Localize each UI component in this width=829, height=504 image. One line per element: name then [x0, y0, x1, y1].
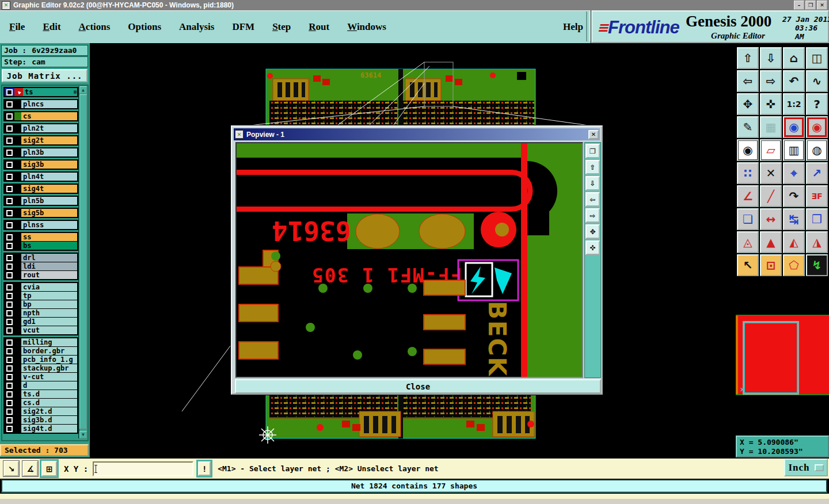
menu-actions[interactable]: Actions	[79, 21, 111, 33]
scroll-up-button[interactable]: ▲	[79, 86, 87, 94]
layer-visibility-checkbox[interactable]	[5, 356, 14, 364]
pan-left-button[interactable]: ⇦	[737, 70, 759, 92]
menu-step[interactable]: Step	[272, 21, 291, 33]
layer-color-swatch[interactable]	[14, 326, 21, 334]
layer-row-bp[interactable]: bp	[5, 300, 77, 308]
layer-color-swatch[interactable]	[14, 283, 21, 291]
layer-row-cvia[interactable]: cvia	[5, 283, 77, 291]
measure-ruler-button[interactable]: ▥	[783, 139, 805, 161]
layer-row-cs.d[interactable]: cs.d	[5, 398, 77, 407]
arc-rotate-button[interactable]: ↷	[783, 185, 805, 207]
popview-close-icon[interactable]: ✕	[588, 130, 599, 139]
layer-color-swatch[interactable]	[14, 271, 21, 279]
layer-visibility-checkbox[interactable]	[5, 338, 14, 346]
viewport-indicator[interactable]	[743, 321, 799, 395]
menu-windows[interactable]: Windows	[347, 21, 386, 33]
layer-color-swatch[interactable]	[14, 233, 21, 241]
layer-color-swatch[interactable]	[14, 221, 21, 229]
triangle-solid-button[interactable]: ◭	[783, 231, 805, 253]
width-measure-button[interactable]: ↹	[783, 208, 805, 230]
setup-tools-button[interactable]: ✎	[737, 116, 759, 138]
layer-color-swatch[interactable]	[14, 399, 21, 407]
layer-color-swatch[interactable]	[14, 309, 21, 317]
triangle-wide-button[interactable]: ◮	[806, 231, 828, 253]
layer-visibility-checkbox[interactable]	[5, 309, 14, 317]
layer-row-ldi[interactable]: ldi	[5, 262, 77, 270]
layer-visibility-checkbox[interactable]	[5, 425, 14, 433]
layer-visibility-checkbox[interactable]	[5, 173, 14, 181]
layer-visibility-checkbox[interactable]	[5, 373, 14, 381]
xy-input[interactable]	[93, 461, 193, 476]
popview-zoom-out-button[interactable]: ⇩	[585, 176, 600, 190]
popview-titlebar[interactable]: ✕ Popview - 1 ✕	[234, 128, 600, 140]
layer-row-pln5b[interactable]: pln5b	[5, 197, 77, 205]
layer-visibility-checkbox[interactable]	[5, 221, 14, 229]
net-points-button[interactable]: ∷	[737, 162, 759, 184]
layer-row-ts[interactable]: ▶ts▦	[5, 88, 77, 96]
layer-row-sig2t.d[interactable]: sig2t.d	[5, 407, 77, 415]
layer-row-v-cut[interactable]: v-cut	[5, 372, 77, 381]
delete-button[interactable]: ✕	[760, 162, 782, 184]
stretch-button[interactable]: ↔	[760, 208, 782, 230]
layer-row-sig4t[interactable]: sig4t	[5, 185, 77, 193]
layer-visibility-checkbox[interactable]	[5, 390, 14, 398]
layer-color-swatch[interactable]	[14, 148, 21, 156]
layer-color-swatch[interactable]	[14, 425, 21, 433]
layer-color-swatch[interactable]	[14, 373, 21, 381]
layer-visibility-checkbox[interactable]	[5, 88, 14, 96]
layer-visibility-checkbox[interactable]	[5, 347, 14, 355]
layer-visibility-checkbox[interactable]	[5, 318, 14, 326]
previous-view-button[interactable]: ↶	[783, 70, 805, 92]
minimize-button[interactable]: –	[794, 1, 804, 10]
layer-color-swatch[interactable]	[14, 254, 21, 262]
pan-right-button[interactable]: ⇨	[760, 70, 782, 92]
popview-viewport[interactable]: 63614 FF-MF1 1 305 BECK	[235, 142, 583, 378]
close-button[interactable]: ✕	[817, 1, 827, 10]
surface-button[interactable]: ❒	[806, 208, 828, 230]
measure-distance-button[interactable]: ↘	[3, 461, 19, 476]
zoom-fit-button[interactable]: ✥	[737, 93, 759, 115]
serpentine-button[interactable]: ∿	[806, 70, 828, 92]
select-net-button[interactable]: ↯	[806, 254, 828, 276]
menu-edit[interactable]: Edit	[43, 21, 60, 33]
layer-color-swatch[interactable]	[14, 338, 21, 346]
layer-row-cs[interactable]: cs	[5, 112, 77, 120]
layer-color-swatch[interactable]	[14, 197, 21, 205]
layer-color-swatch[interactable]	[14, 262, 21, 270]
layer-color-swatch[interactable]	[14, 161, 21, 169]
layer-color-swatch[interactable]	[14, 347, 21, 355]
layer-color-swatch[interactable]	[14, 390, 21, 398]
job-matrix-button[interactable]: Job Matrix ...	[2, 69, 88, 82]
measure-angle-button[interactable]: ∡	[22, 461, 38, 476]
layer-visibility-checkbox[interactable]	[5, 300, 14, 308]
layer-row-pln2t[interactable]: pln2t	[5, 124, 77, 132]
layer-color-swatch[interactable]	[14, 173, 21, 181]
layer-visibility-checkbox[interactable]	[5, 124, 14, 132]
layer-visibility-checkbox[interactable]	[5, 271, 14, 279]
zoom-center-button[interactable]: ✜	[760, 93, 782, 115]
scrollbar-thumb[interactable]	[79, 94, 87, 429]
layer-visibility-checkbox[interactable]	[5, 326, 14, 334]
mirror-flip-button[interactable]: ƎF	[806, 185, 828, 207]
menu-options[interactable]: Options	[128, 21, 161, 33]
layer-color-swatch[interactable]	[14, 381, 21, 390]
layer-color-swatch[interactable]	[14, 242, 21, 250]
netlist-compare-button[interactable]: ◉	[806, 116, 828, 138]
grid-toggle-button[interactable]: ▦	[760, 116, 782, 138]
layer-row-plncs[interactable]: plncs	[5, 100, 77, 108]
zoom-out-button[interactable]: ⇩	[760, 47, 782, 69]
triangle-outline-button[interactable]: ◬	[737, 231, 759, 253]
layer-visibility-checkbox[interactable]	[5, 148, 14, 156]
layer-visibility-checkbox[interactable]	[5, 161, 14, 169]
alert-button[interactable]: !	[198, 461, 211, 476]
menu-help[interactable]: Help	[563, 10, 583, 43]
layer-row-pln4t[interactable]: pln4t	[5, 173, 77, 181]
units-dropdown[interactable]: Inch	[784, 459, 828, 476]
layer-color-swatch[interactable]	[14, 124, 21, 132]
select-rectangle-button[interactable]: ⊡	[760, 254, 782, 276]
layer-color-swatch[interactable]	[14, 318, 21, 326]
layer-visibility-checkbox[interactable]	[5, 283, 14, 291]
popview-zoom-in-button[interactable]: ⇧	[585, 160, 600, 174]
layer-row-sig3b[interactable]: sig3b	[5, 161, 77, 169]
grid-snap-button[interactable]: ⊞	[41, 461, 57, 476]
